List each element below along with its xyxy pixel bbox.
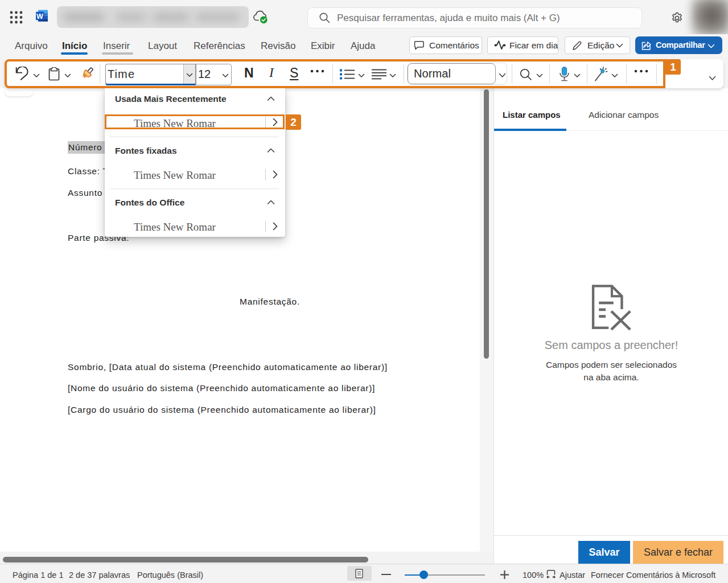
svg-text:W: W (36, 13, 43, 20)
